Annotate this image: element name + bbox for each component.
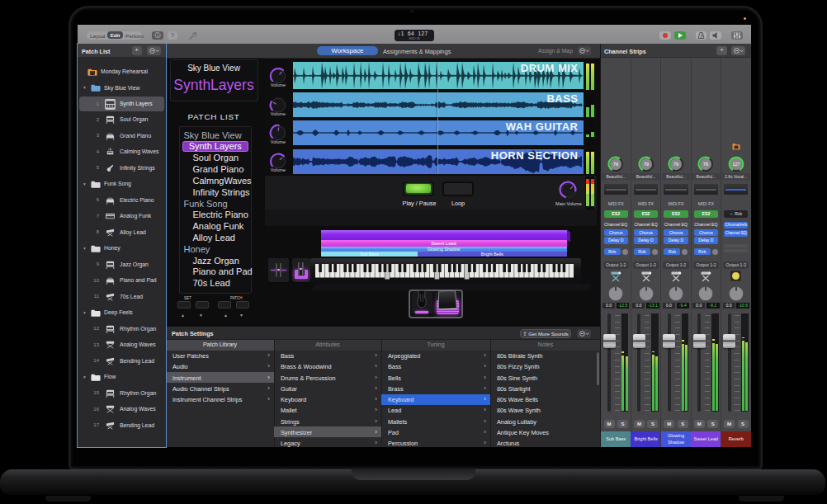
svg-text:127: 127 xyxy=(732,162,740,167)
svg-text:79: 79 xyxy=(673,162,678,167)
svg-text:79: 79 xyxy=(644,162,649,167)
svg-text:79: 79 xyxy=(703,162,708,167)
svg-text:79: 79 xyxy=(613,162,618,167)
